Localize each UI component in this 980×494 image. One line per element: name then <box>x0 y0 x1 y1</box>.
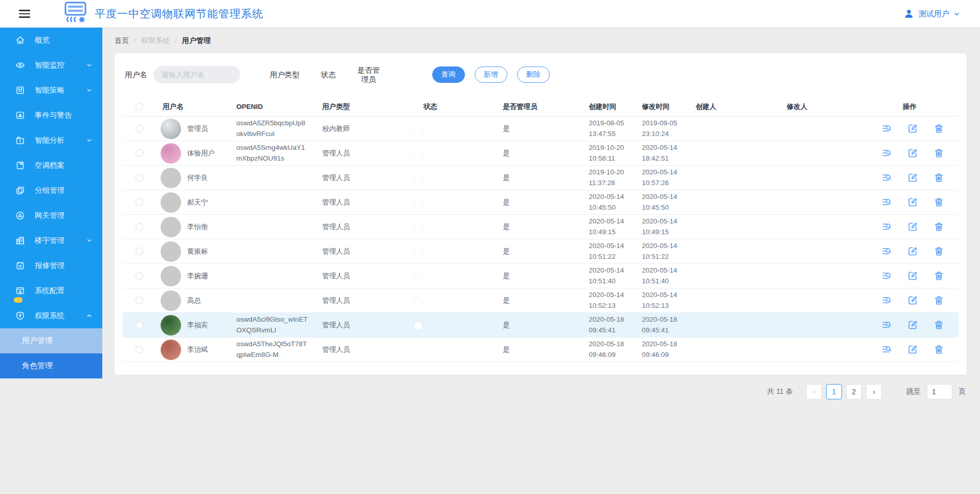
is-admin-cell: 是 <box>499 149 585 158</box>
detail-icon[interactable] <box>882 296 892 305</box>
sidebar-item-monitor[interactable]: 智能监控 <box>0 53 102 78</box>
delete-icon[interactable] <box>934 271 944 281</box>
table-row: 李治斌 oswdA5TheJQl5oT78TqpIwEm8G-M 管理人员 是 … <box>123 338 959 362</box>
delete-icon[interactable] <box>934 320 944 330</box>
delete-icon[interactable] <box>934 296 944 305</box>
sidebar-item-sysconfig[interactable]: 系统配置 <box>0 278 102 303</box>
sidebar-item-building[interactable]: 楼宇管理 <box>0 228 102 253</box>
page-button-2[interactable]: 2 <box>846 384 862 399</box>
delete-icon[interactable] <box>934 345 944 354</box>
edit-icon[interactable] <box>908 246 918 256</box>
col-openid: OPENID <box>232 103 318 110</box>
col-actions: 操作 <box>863 102 959 111</box>
breadcrumb: 首页 / 权限系统 / 用户管理 <box>115 36 967 46</box>
detail-icon[interactable] <box>882 320 892 330</box>
page-jump-input[interactable] <box>927 384 952 399</box>
delete-icon[interactable] <box>934 124 944 133</box>
hamburger-menu-icon[interactable] <box>19 8 30 20</box>
edit-icon[interactable] <box>908 148 918 158</box>
edit-icon[interactable] <box>908 296 918 305</box>
row-select-radio[interactable] <box>136 198 143 206</box>
archive-icon <box>15 161 25 170</box>
edit-icon[interactable] <box>908 345 918 354</box>
sidebar-item-events[interactable]: 事件与警告 <box>0 103 102 128</box>
row-select-radio[interactable] <box>136 174 143 182</box>
user-table: 用户名 OPENID 用户类型 状态 是否管理员 创建时间 修改时间 创建人 修… <box>123 97 959 362</box>
usertype-cell: 校内教师 <box>318 124 409 133</box>
next-page-button[interactable]: › <box>866 384 882 399</box>
sidebar-item-ac-archive[interactable]: 空调档案 <box>0 153 102 178</box>
username-label: 用户名 <box>125 70 147 80</box>
created-time-cell: 2020-05-14 10:52:13 <box>585 290 638 311</box>
delete-icon[interactable] <box>934 246 944 256</box>
edit-icon[interactable] <box>908 271 918 281</box>
chevron-down-icon <box>86 62 92 68</box>
building-icon <box>15 236 25 245</box>
user-name-cell: 体验用户 <box>187 149 215 158</box>
username-input[interactable] <box>153 66 240 83</box>
table-row: 高总 管理人员 是 2020-05-14 10:52:13 2020-05-14… <box>123 288 959 313</box>
breadcrumb-separator: / <box>134 37 136 45</box>
delete-icon[interactable] <box>934 222 944 232</box>
edit-icon[interactable] <box>908 320 918 330</box>
edit-icon[interactable] <box>908 197 918 207</box>
content-card: 用户名 用户类型 状态 是否管理员 查询 新增 删除 用户名 OPENID 用户… <box>115 53 967 375</box>
usertype-cell: 管理人员 <box>318 173 409 183</box>
row-select-radio[interactable] <box>136 149 143 157</box>
sidebar-item-analysis[interactable]: 智能分析 <box>0 128 102 153</box>
edit-icon[interactable] <box>908 222 918 232</box>
delete-button[interactable]: 删除 <box>517 66 550 83</box>
row-select-radio[interactable] <box>136 321 143 329</box>
breadcrumb-home[interactable]: 首页 <box>115 36 129 46</box>
sidebar-item-strategy[interactable]: 智能策略 <box>0 78 102 103</box>
delete-icon[interactable] <box>934 197 944 207</box>
row-select-radio[interactable] <box>136 223 143 231</box>
detail-icon[interactable] <box>882 222 892 232</box>
avatar <box>161 143 181 164</box>
col-status: 状态 <box>409 102 499 111</box>
detail-icon[interactable] <box>882 124 892 133</box>
row-select-radio[interactable] <box>136 272 143 280</box>
table-row: 郝天宁 管理人员 是 2020-05-14 10:45:50 2020-05-1… <box>123 190 959 215</box>
breadcrumb-permission-system[interactable]: 权限系统 <box>141 36 170 46</box>
sidebar-item-groups[interactable]: 分组管理 <box>0 178 102 203</box>
prev-page-button[interactable]: ‹ <box>806 384 822 399</box>
edit-icon[interactable] <box>908 173 918 183</box>
detail-icon[interactable] <box>882 246 892 256</box>
avatar <box>161 241 181 262</box>
select-all-radio[interactable] <box>136 103 143 110</box>
sidebar-item-label: 用户管理 <box>22 336 53 346</box>
edit-icon[interactable] <box>908 124 918 133</box>
avatar <box>161 290 181 311</box>
detail-icon[interactable] <box>882 173 892 183</box>
row-select-radio[interactable] <box>136 346 143 353</box>
row-select-radio[interactable] <box>136 297 143 304</box>
detail-icon[interactable] <box>882 345 892 354</box>
page-button-1[interactable]: 1 <box>826 384 842 399</box>
delete-icon[interactable] <box>934 173 944 183</box>
add-button[interactable]: 新增 <box>475 66 507 83</box>
row-select-radio[interactable] <box>136 125 143 132</box>
created-time-cell: 2020-05-18 09:46:09 <box>585 339 638 361</box>
is-admin-cell: 是 <box>499 321 585 330</box>
delete-icon[interactable] <box>934 148 944 158</box>
total-count: 共 11 条 <box>767 387 793 396</box>
breadcrumb-separator: / <box>175 37 177 45</box>
user-menu[interactable]: 测试用户 <box>904 9 960 19</box>
table-body: 管理员 oswdA5ZR5bqcbpUp8okvIbvRFcuI 校内教师 是 … <box>123 117 959 362</box>
sidebar-item-overview[interactable]: 概览 <box>0 28 102 53</box>
detail-icon[interactable] <box>882 148 892 158</box>
row-select-radio[interactable] <box>136 248 143 255</box>
sidebar-item-role-mgmt[interactable]: 角色管理 <box>0 353 102 378</box>
sidebar-item-user-mgmt[interactable]: 用户管理 <box>0 328 102 353</box>
sidebar-item-label: 概览 <box>35 35 50 45</box>
sidebar-item-repair[interactable]: 报修管理 <box>0 253 102 278</box>
detail-icon[interactable] <box>882 271 892 281</box>
detail-icon[interactable] <box>882 197 892 207</box>
search-button[interactable]: 查询 <box>432 66 465 83</box>
modified-time-cell: 2020-05-14 10:52:13 <box>638 290 692 311</box>
sidebar-menu: 概览 智能监控 智能策略 事件与警告 智能分析 空调档案 分组管理 <box>0 28 102 378</box>
sidebar-item-permission[interactable]: 权限系统 <box>0 303 102 328</box>
created-time-cell: 2019-08-05 13:47:55 <box>585 118 638 140</box>
sidebar-item-gateway[interactable]: 网关管理 <box>0 203 102 228</box>
